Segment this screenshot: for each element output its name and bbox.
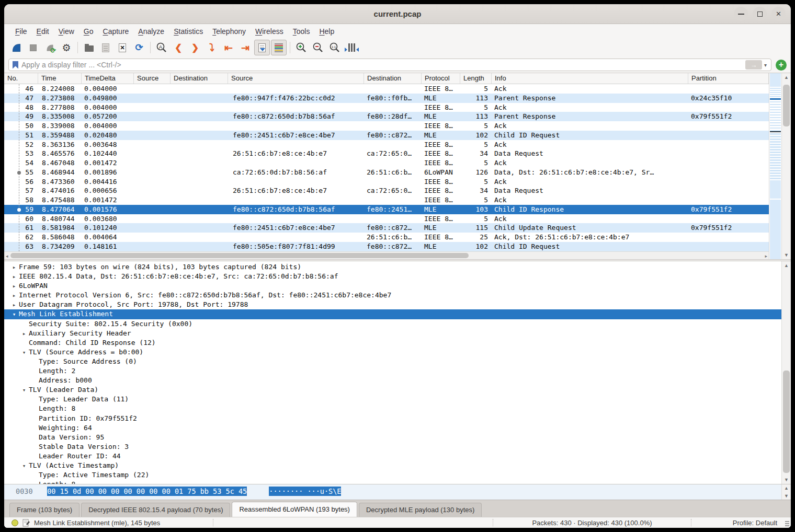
menu-help[interactable]: Help [314,26,339,37]
menu-wireless[interactable]: Wireless [251,26,288,37]
vscroll-up-arrow-icon[interactable]: ▲ [782,485,791,491]
packet-row-55[interactable]: 558.4689440.001896ca:72:65:0d:b7:b8:56:a… [4,168,769,177]
detail-line[interactable]: Leader Router ID: 44 [4,452,781,461]
detail-line[interactable]: Type: Source Address (0) [4,357,781,366]
hex-bytes-selected[interactable]: 00 15 0d 00 00 00 00 00 00 00 01 75 bb 5… [47,487,247,496]
byte-view-tab[interactable]: Frame (103 bytes) [9,503,80,517]
packet-row-54[interactable]: 548.4670480.001472IEEE 8…5Ack [4,158,769,168]
byte-view-tab-active[interactable]: Reassembled 6LoWPAN (193 bytes) [232,502,357,517]
hscroll-thumb[interactable] [10,253,469,258]
resize-columns-button[interactable] [344,40,359,55]
find-packet-button[interactable]: A [154,40,169,55]
packet-row-60[interactable]: 608.4807440.003680IEEE 8…5Ack [4,214,769,224]
packet-row-57[interactable]: 578.4740160.00065626:51:c6:b7:e8:ce:4b:e… [4,186,769,195]
zoom-original-button[interactable]: 1:1 [327,40,343,55]
column-header-no-[interactable]: No. [4,73,38,84]
packet-list-vscrollbar[interactable]: ▲ ▼ [781,73,791,259]
zoom-out-button[interactable] [310,40,326,55]
hex-ascii-selected[interactable]: ········ ···u·S\E [269,487,341,496]
reload-file-button[interactable]: ⟳ [131,40,147,55]
detail-line[interactable]: ▸6LoWPAN [4,281,781,291]
maximize-button[interactable] [753,7,767,21]
packet-row-53[interactable]: 538.4655760.10244026:51:c6:b7:e8:ce:4b:e… [4,149,769,158]
minimize-button[interactable] [734,7,748,21]
detail-line[interactable]: ▸IEEE 802.15.4 Data, Dst: 26:51:c6:b7:e8… [4,272,781,281]
menu-capture[interactable]: Capture [98,26,134,37]
packet-row-48[interactable]: 488.2778080.004000IEEE 8…5Ack [4,103,769,112]
detail-line[interactable]: Partition ID: 0x79f551f2 [4,414,781,423]
resize-grip[interactable] [785,521,789,526]
previous-packet-button[interactable]: ❮ [171,40,186,55]
goto-packet-button[interactable]: ⤵ [204,40,220,55]
menu-view[interactable]: View [54,26,79,37]
packet-row-59[interactable]: 598.4770640.001576fe80::c872:650d:b7b8:5… [4,205,769,214]
last-packet-button[interactable]: ⇥ [237,40,253,55]
vscroll-up-arrow-icon[interactable]: ▲ [782,263,791,268]
close-file-button[interactable]: ✕ [115,40,130,55]
menu-tools[interactable]: Tools [288,26,315,37]
detail-line[interactable]: ▸Internet Protocol Version 6, Src: fe80:… [4,291,781,300]
vscroll-down-arrow-icon[interactable]: ▼ [782,252,791,258]
auto-scroll-button[interactable] [254,40,270,55]
hscroll-right-arrow-icon[interactable]: ▸ [765,253,767,259]
menu-statistics[interactable]: Statistics [169,26,208,37]
expander-closed-icon[interactable]: ▸ [9,300,19,310]
bookmark-icon[interactable] [13,61,18,69]
packet-row-47[interactable]: 478.2738080.049800fe80::947f:f476:22bc:c… [4,94,769,103]
packet-row-56[interactable]: 568.4733600.004416IEEE 8…5Ack [4,177,769,187]
expander-closed-icon[interactable]: ▸ [9,282,19,291]
detail-line[interactable]: Data Version: 95 [4,433,781,442]
detail-line[interactable]: Length: 8 [4,480,781,484]
menu-go[interactable]: Go [79,26,98,37]
detail-line[interactable]: Command: Child ID Response (12) [4,338,781,348]
menu-edit[interactable]: Edit [32,26,54,37]
detail-line[interactable]: ▸Frame 59: 103 bytes on wire (824 bits),… [4,262,781,272]
byte-view-tab[interactable]: Decrypted IEEE 802.15.4 payload (70 byte… [81,503,230,517]
column-header-partition[interactable]: Partition [688,73,769,84]
open-file-button[interactable] [81,40,97,55]
vscroll-thumb[interactable] [783,85,790,126]
packet-row-50[interactable]: 508.3390080.004000IEEE 8…5Ack [4,121,769,131]
expander-closed-icon[interactable]: ▸ [9,272,19,282]
expert-info-icon[interactable] [12,519,18,526]
menu-file[interactable]: File [10,26,32,37]
apply-filter-button[interactable]: → [745,60,762,70]
zoom-in-button[interactable] [293,40,309,55]
detail-line[interactable]: ▾TLV (Source Address = b0:00) [4,348,781,357]
detail-line[interactable]: Type: Leader Data (11) [4,395,781,404]
start-capture-button[interactable] [8,40,24,55]
detail-line[interactable]: ▸Auxiliary Security Header [4,329,781,338]
column-header-protocol[interactable]: Protocol [422,73,460,84]
status-profile[interactable]: Profile: Default [691,519,791,527]
detail-line[interactable]: ▾TLV (Leader Data) [4,385,781,395]
colorize-button[interactable] [271,40,287,55]
column-header-destination[interactable]: Destination [364,73,422,84]
add-filter-button[interactable]: + [776,60,787,71]
detail-line[interactable]: Length: 2 [4,366,781,376]
expander-open-icon[interactable]: ▾ [19,386,29,395]
packet-row-62[interactable]: 628.5860480.00406426:51:c6:b…IEEE 8…25Ac… [4,233,769,242]
column-header-source[interactable]: Source [228,73,364,84]
column-header-time[interactable]: Time [38,73,82,84]
packet-list-hscrollbar[interactable]: ◂ ▸ [4,251,769,259]
vscroll-down-arrow-icon[interactable]: ▼ [782,477,791,482]
save-file-button[interactable] [98,40,113,55]
detail-line[interactable]: Weighting: 64 [4,423,781,433]
stop-capture-button[interactable] [25,40,41,55]
packet-row-58[interactable]: 588.4754880.001472IEEE 8…5Ack [4,195,769,205]
expander-open-icon[interactable]: ▾ [9,310,19,319]
menu-telephony[interactable]: Telephony [208,26,251,37]
column-header-info[interactable]: Info [492,73,688,84]
next-packet-button[interactable]: ❯ [187,40,203,55]
detail-line[interactable]: ▸User Datagram Protocol, Src Port: 19788… [4,300,781,309]
expander-closed-icon[interactable]: ▸ [9,291,19,300]
byte-view-tab[interactable]: Decrypted MLE payload (130 bytes) [359,503,482,517]
packet-row-63[interactable]: 638.7342090.148161fe80::505e:f807:7f81:4… [4,242,769,251]
detail-line[interactable]: Address: b000 [4,376,781,385]
detail-line[interactable]: Length: 8 [4,404,781,413]
vscroll-thumb[interactable] [783,371,790,473]
packet-list-minimap[interactable] [769,73,781,259]
expander-open-icon[interactable]: ▾ [19,461,29,471]
packet-row-49[interactable]: 498.3350080.057200fe80::c872:650d:b7b8:5… [4,112,769,121]
vscroll-up-arrow-icon[interactable]: ▲ [782,75,791,80]
